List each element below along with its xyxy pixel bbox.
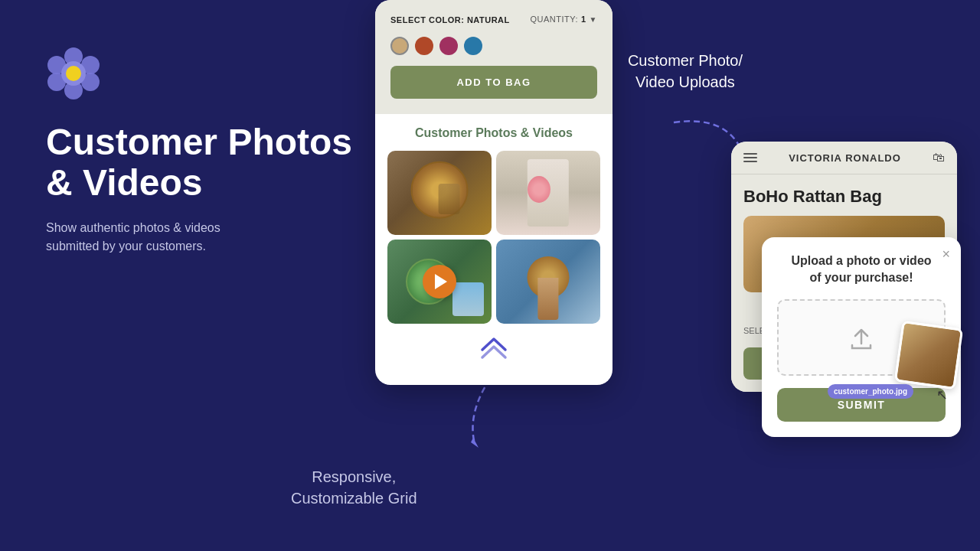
modal-close-button[interactable]: × <box>942 246 950 262</box>
product-title: BoHo Rattan Bag <box>743 187 945 207</box>
color-row: SELECT COLOR: NATURAL QUANTITY: 1 ▼ <box>390 12 597 26</box>
quantity-label: QUANTITY: 1 ▼ <box>530 15 597 24</box>
svg-marker-9 <box>471 438 479 448</box>
top-right-label: Customer Photo/Video Uploads <box>628 50 743 93</box>
play-button[interactable] <box>423 265 456 298</box>
cart-icon[interactable]: 🛍 <box>933 151 945 165</box>
add-to-bag-button[interactable]: ADD TO BAG <box>390 66 597 99</box>
color-label: SELECT COLOR: NATURAL <box>390 12 510 26</box>
photo-grid <box>387 151 600 324</box>
cursor-icon: ↖ <box>936 386 948 403</box>
photo-cell-4[interactable] <box>496 240 600 324</box>
photos-section-title: Customer Photos & Videos <box>387 126 600 140</box>
photo-preview-inner <box>897 323 961 387</box>
filename-badge: customer_photo.jpg <box>828 384 913 399</box>
store-name: VICTORIA RONALDO <box>789 152 901 164</box>
flower-logo <box>46 46 101 101</box>
swatch-blue[interactable] <box>464 37 482 55</box>
top-bar: SELECT COLOR: NATURAL QUANTITY: 1 ▼ ADD … <box>375 0 612 114</box>
upload-drop-area[interactable]: customer_photo.jpg ↖ <box>777 299 946 376</box>
modal-title: Upload a photo or videoof your purchase! <box>777 253 946 287</box>
swatch-rust[interactable] <box>415 37 433 55</box>
photo-preview <box>894 321 963 390</box>
play-triangle-icon <box>435 274 447 289</box>
sub-description: Show authentic photos & videossubmitted … <box>46 219 368 256</box>
upload-chevron-icon <box>479 333 509 360</box>
photo-cell-3[interactable] <box>387 240 492 324</box>
photo-cell-1[interactable] <box>387 151 492 235</box>
phone-nav: VICTORIA RONALDO 🛍 <box>731 142 957 174</box>
photo-cell-2[interactable] <box>496 151 600 235</box>
left-section: Customer Photos & Videos Show authentic … <box>46 46 368 256</box>
dashed-arrow-bottom <box>452 375 528 452</box>
upload-arrow <box>387 333 600 360</box>
swatch-pink[interactable] <box>439 37 458 55</box>
hamburger-icon[interactable] <box>743 153 757 162</box>
photos-section: Customer Photos & Videos <box>375 114 612 367</box>
main-title: Customer Photos & Videos <box>46 122 368 204</box>
svg-point-7 <box>66 66 81 81</box>
color-label-text: SELECT COLOR: NATURAL <box>390 15 510 24</box>
swatch-natural[interactable] <box>390 37 409 55</box>
upload-icon <box>846 322 877 353</box>
upload-modal: × Upload a photo or videoof your purchas… <box>762 237 961 437</box>
center-card: SELECT COLOR: NATURAL QUANTITY: 1 ▼ ADD … <box>375 0 612 385</box>
bottom-label: Responsive,Customizable Grid <box>291 445 417 509</box>
color-swatches <box>390 37 597 55</box>
